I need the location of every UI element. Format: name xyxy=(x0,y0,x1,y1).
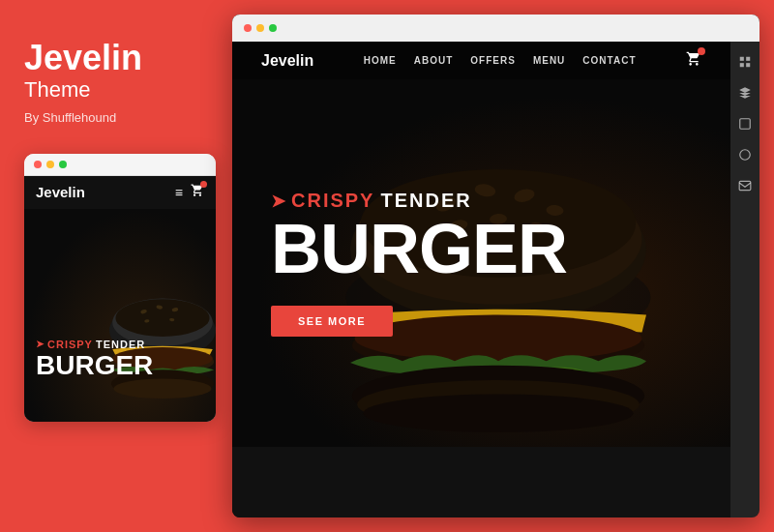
svg-rect-35 xyxy=(746,57,750,61)
sidebar-icon-mail[interactable] xyxy=(736,177,754,194)
desktop-cart[interactable] xyxy=(686,51,701,70)
right-panel: Jevelin HOME ABOUT OFFERS MENU CONTACT xyxy=(232,0,774,532)
sidebar-icon-grid[interactable] xyxy=(736,53,754,71)
mobile-nav: Jevelin ≡ xyxy=(24,176,216,209)
mobile-mockup: Jevelin ≡ xyxy=(24,154,216,422)
mobile-hero: ➤ CRISPY TENDER BURGER SEE MORE xyxy=(24,209,216,422)
sidebar-icon-square[interactable] xyxy=(736,115,754,133)
svg-rect-38 xyxy=(740,119,751,130)
dot-yellow xyxy=(46,161,54,168)
svg-point-2 xyxy=(115,299,209,337)
mobile-hero-text: ➤ CRISPY TENDER BURGER xyxy=(36,339,204,389)
hero-text-block: ➤ CRISPY TENDER BURGER SEE MORE xyxy=(232,161,606,365)
desktop-see-more-button[interactable]: SEE MORE xyxy=(271,306,393,337)
svg-rect-34 xyxy=(740,57,744,61)
desktop-content: Jevelin HOME ABOUT OFFERS MENU CONTACT xyxy=(232,42,759,517)
sidebar-icon-layers[interactable] xyxy=(736,84,754,102)
left-panel: Jevelin Theme By Shufflehound Jevelin ≡ xyxy=(0,0,232,532)
desktop-logo: Jevelin xyxy=(261,52,313,70)
desktop-mockup: Jevelin HOME ABOUT OFFERS MENU CONTACT xyxy=(232,15,759,517)
sidebar-icon-circle[interactable] xyxy=(736,146,754,163)
desktop-burger-heading: BURGER xyxy=(271,216,567,281)
desktop-tender-word: TENDER xyxy=(380,190,471,212)
mobile-crispy-tender: ➤ CRISPY TENDER xyxy=(36,339,204,350)
desktop-site: Jevelin HOME ABOUT OFFERS MENU CONTACT xyxy=(232,42,730,517)
desktop-dot-green xyxy=(269,24,277,32)
mobile-burger-heading: BURGER xyxy=(36,352,204,379)
right-sidebar xyxy=(730,42,759,517)
svg-point-39 xyxy=(740,150,751,161)
desktop-nav: Jevelin HOME ABOUT OFFERS MENU CONTACT xyxy=(232,42,730,79)
cart-badge-mobile xyxy=(200,181,207,188)
mobile-logo: Jevelin xyxy=(36,184,85,200)
nav-link-offers[interactable]: OFFERS xyxy=(470,55,516,66)
desktop-dot-red xyxy=(244,24,252,32)
arrow-icon-mobile: ➤ xyxy=(36,339,45,349)
brand-subtitle: Theme xyxy=(24,77,208,103)
desktop-dot-yellow xyxy=(256,24,264,32)
brand-by: By Shufflehound xyxy=(24,110,208,125)
svg-rect-36 xyxy=(740,63,744,67)
svg-rect-37 xyxy=(746,63,750,67)
desktop-browser-bar xyxy=(232,15,759,42)
brand-name: Jevelin xyxy=(24,39,208,77)
svg-point-33 xyxy=(364,394,634,432)
hamburger-icon[interactable]: ≡ xyxy=(175,185,183,200)
nav-link-menu[interactable]: MENU xyxy=(533,55,565,66)
mobile-cart[interactable] xyxy=(191,184,204,201)
desktop-crispy-tender-line: ➤ CRISPY TENDER xyxy=(271,190,567,212)
dot-green xyxy=(59,161,67,168)
nav-link-home[interactable]: HOME xyxy=(364,55,397,66)
nav-link-about[interactable]: ABOUT xyxy=(414,55,454,66)
desktop-crispy-word: CRISPY xyxy=(291,190,374,212)
svg-rect-40 xyxy=(739,181,751,190)
arrow-icon-desktop: ➤ xyxy=(271,191,285,212)
desktop-nav-right xyxy=(686,51,701,70)
dot-red xyxy=(34,161,42,168)
cart-badge-desktop xyxy=(698,47,705,55)
mobile-nav-right: ≡ xyxy=(175,184,204,201)
mobile-crispy-word: CRISPY xyxy=(47,339,93,350)
desktop-hero: ➤ CRISPY TENDER BURGER SEE MORE xyxy=(232,79,730,447)
mobile-browser-bar xyxy=(24,154,216,176)
mobile-tender-word: TENDER xyxy=(96,339,145,350)
nav-link-contact[interactable]: CONTACT xyxy=(582,55,636,66)
desktop-nav-links: HOME ABOUT OFFERS MENU CONTACT xyxy=(364,55,637,66)
